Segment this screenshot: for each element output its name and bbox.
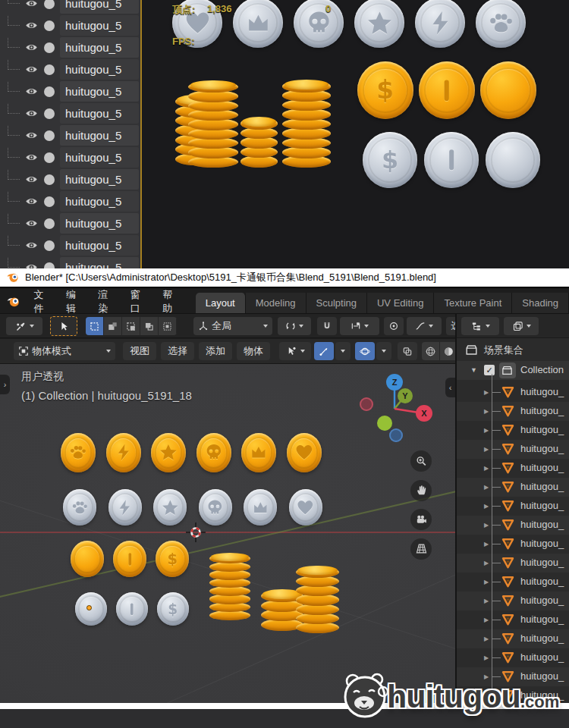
menu-帮助[interactable]: 帮助 bbox=[154, 290, 186, 314]
editor-type-dropdown[interactable] bbox=[461, 317, 499, 335]
eye-icon[interactable] bbox=[25, 217, 38, 230]
expand-arrow-icon[interactable]: ▶ bbox=[484, 522, 489, 529]
outliner-row[interactable]: ▶huitugou_ bbox=[457, 497, 569, 516]
gizmo-y-axis-ball[interactable]: Y bbox=[398, 388, 413, 403]
outliner-row[interactable]: ▶huitugou_ bbox=[457, 421, 569, 440]
menu-编辑[interactable]: 编辑 bbox=[58, 290, 90, 314]
render-visibility-icon[interactable] bbox=[44, 64, 55, 75]
expand-arrow-icon[interactable]: ▶ bbox=[484, 654, 489, 661]
overlays-toggle-button[interactable] bbox=[355, 342, 375, 360]
options-button[interactable]: 选项 bbox=[446, 317, 455, 335]
active-tool-select-button[interactable] bbox=[50, 316, 77, 336]
blender-logo-icon[interactable] bbox=[6, 293, 20, 310]
gizmos-toggle-button[interactable] bbox=[314, 342, 334, 360]
scene-collection-row[interactable]: 场景集合 bbox=[457, 340, 569, 359]
gizmo-neg-z-ball[interactable] bbox=[389, 428, 403, 442]
display-mode-dropdown[interactable] bbox=[504, 317, 539, 335]
viewport-menu-选择[interactable]: 选择 bbox=[161, 342, 194, 360]
viewport-menu-视图[interactable]: 视图 bbox=[123, 342, 156, 360]
coin-bolt[interactable] bbox=[108, 489, 142, 526]
outliner-row[interactable]: huitugou_5 bbox=[0, 58, 140, 80]
outliner-row[interactable]: huitugou_5 bbox=[0, 36, 140, 58]
render-visibility-icon[interactable] bbox=[44, 152, 55, 163]
coin-heart[interactable] bbox=[287, 433, 322, 472]
coin-stack[interactable] bbox=[296, 566, 339, 633]
render-visibility-icon[interactable] bbox=[44, 262, 55, 268]
coin-bar[interactable] bbox=[116, 592, 148, 626]
outliner-row[interactable]: huitugou_5 bbox=[0, 234, 140, 256]
tab-modeling[interactable]: Modeling bbox=[246, 293, 307, 314]
eye-icon[interactable] bbox=[25, 19, 38, 32]
outliner-row[interactable]: huitugou_5 bbox=[0, 0, 140, 14]
coin-crown[interactable] bbox=[241, 433, 276, 472]
pan-button[interactable] bbox=[410, 480, 432, 501]
coin-dollar[interactable]: $ bbox=[363, 132, 417, 188]
outliner-row[interactable]: huitugou_5 bbox=[0, 80, 140, 102]
outliner-row[interactable]: huitugou_5 bbox=[0, 168, 140, 190]
viewport-menu-物体[interactable]: 物体 bbox=[237, 342, 270, 360]
coin-blank[interactable] bbox=[480, 61, 536, 119]
render-visibility-icon[interactable] bbox=[44, 240, 55, 251]
render-visibility-icon[interactable] bbox=[44, 130, 55, 141]
coin-crown[interactable] bbox=[244, 489, 277, 526]
coin-dollar[interactable]: $ bbox=[157, 592, 189, 626]
collection-checkbox[interactable]: ✓ bbox=[484, 365, 495, 375]
menu-文件[interactable]: 文件 bbox=[25, 290, 57, 314]
outliner-row[interactable]: ▶huitugou_ bbox=[457, 459, 569, 478]
pivot-point-dropdown[interactable] bbox=[278, 317, 311, 335]
outliner-row[interactable]: huitugou_5 bbox=[0, 190, 140, 212]
gizmos-dropdown[interactable] bbox=[335, 342, 351, 360]
eye-icon[interactable] bbox=[25, 63, 38, 76]
overlays-dropdown[interactable] bbox=[376, 342, 391, 360]
expand-arrow-icon[interactable]: ▶ bbox=[484, 408, 489, 415]
coin-dollar[interactable]: $ bbox=[357, 61, 413, 119]
coin-bar[interactable] bbox=[419, 61, 475, 119]
eye-icon[interactable] bbox=[25, 261, 38, 268]
perspective-button[interactable] bbox=[410, 538, 432, 560]
visibility-dropdown[interactable] bbox=[279, 342, 311, 360]
coin-bar[interactable] bbox=[424, 132, 479, 188]
expand-arrow-icon[interactable]: ▶ bbox=[484, 598, 489, 604]
shading-solid-button[interactable] bbox=[440, 342, 455, 360]
transform-orientation-dropdown[interactable]: 全局 bbox=[193, 317, 272, 335]
mode-dropdown[interactable]: 物体模式 bbox=[14, 342, 115, 360]
sidebar-expand-handle[interactable]: ‹ bbox=[445, 378, 455, 397]
coin-paw[interactable] bbox=[476, 0, 526, 48]
outliner-row[interactable]: ▶huitugou_ bbox=[457, 573, 569, 592]
outliner-row[interactable]: huitugou_5 bbox=[0, 212, 140, 234]
main-3d-viewport[interactable]: 用户透视 (1) Collection | huitugou_5191_18 ›… bbox=[0, 364, 455, 703]
expand-arrow-icon[interactable]: ▶ bbox=[484, 635, 489, 642]
render-visibility-icon[interactable] bbox=[44, 20, 55, 31]
coin-star[interactable] bbox=[153, 489, 187, 526]
coin-stack[interactable] bbox=[282, 80, 331, 168]
render-visibility-icon[interactable] bbox=[44, 218, 55, 229]
expand-arrow-icon[interactable]: ▶ bbox=[484, 617, 489, 623]
expand-arrow-icon[interactable]: ▶ bbox=[484, 503, 489, 510]
select-mode-intersect-button[interactable] bbox=[159, 317, 177, 335]
outliner-row[interactable]: ▶huitugou_ bbox=[457, 610, 569, 629]
coin-star[interactable] bbox=[354, 0, 404, 48]
outliner-row[interactable]: ▶huitugou_ bbox=[457, 592, 569, 610]
expand-arrow-icon[interactable]: ▶ bbox=[484, 446, 489, 453]
coin-stack[interactable] bbox=[240, 118, 278, 168]
select-mode-new-button[interactable] bbox=[86, 317, 104, 335]
eye-icon[interactable] bbox=[25, 195, 38, 208]
coin-heart[interactable] bbox=[289, 489, 322, 526]
select-mode-extend-button[interactable] bbox=[104, 317, 122, 335]
render-visibility-icon[interactable] bbox=[44, 196, 55, 207]
gizmo-neg-x-ball[interactable] bbox=[360, 397, 373, 411]
gizmo-neg-y-ball[interactable] bbox=[377, 416, 392, 431]
coin-skull[interactable] bbox=[196, 433, 231, 472]
coin-bolt[interactable] bbox=[106, 433, 141, 472]
outliner-row[interactable]: huitugou_5 bbox=[0, 14, 140, 36]
collection-row[interactable]: ▼ ✓ Collection bbox=[457, 361, 569, 380]
expand-arrow-icon[interactable]: ▶ bbox=[484, 560, 489, 566]
menu-渲染[interactable]: 渲染 bbox=[90, 290, 121, 314]
outliner-row[interactable]: huitugou_5 bbox=[0, 124, 140, 146]
tab-shading[interactable]: Shading bbox=[512, 293, 569, 314]
viewport-menu-添加[interactable]: 添加 bbox=[199, 342, 232, 360]
shading-wireframe-button[interactable] bbox=[422, 342, 440, 360]
render-visibility-icon[interactable] bbox=[44, 0, 55, 9]
tab-sculpting[interactable]: Sculpting bbox=[307, 293, 367, 314]
expand-arrow-icon[interactable]: ▶ bbox=[484, 389, 489, 396]
